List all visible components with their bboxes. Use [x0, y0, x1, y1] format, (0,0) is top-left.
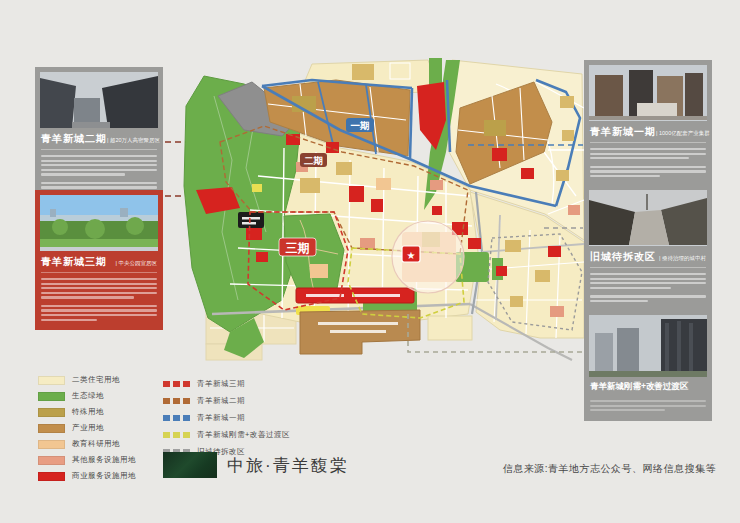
legend-item: 青羊新城二期	[163, 392, 290, 409]
residential-towers-photo	[589, 315, 707, 377]
panel-title-row: 青羊新城三期 | 中央公园宜居区	[41, 255, 157, 273]
legend-item: 教育科研用地	[38, 436, 136, 452]
legend-label: 二类住宅用地	[72, 375, 120, 385]
phase2-label: 二期	[300, 153, 327, 167]
black-project-tag	[238, 212, 264, 228]
panel-title: 青羊新城刚需+改善过渡区	[590, 381, 688, 393]
legend-label: 特殊用地	[72, 407, 104, 417]
legend-label: 商业服务设施用地	[72, 471, 136, 481]
source-note: 信息来源:青羊地方志公众号、网络信息搜集等	[503, 462, 716, 476]
svg-text:一期: 一期	[351, 120, 370, 131]
panel-title: 青羊新城一期	[590, 125, 656, 139]
swatch-education	[38, 440, 65, 449]
project-star-icon: ★	[407, 250, 416, 261]
legend-label: 青羊新城一期	[197, 413, 245, 423]
railway-brown-parcel	[300, 310, 420, 354]
panel-phase2: 青羊新城二期 | 超20万人高密聚居区	[35, 67, 163, 203]
swatch-residential	[38, 376, 65, 385]
legend-label: 青羊新城刚需+改善过渡区	[197, 430, 290, 440]
project-marker: ★	[402, 246, 420, 262]
panel-subtitle: | 亟待治理的城中村	[659, 255, 706, 262]
legend-item: 其他服务设施用地	[38, 452, 136, 468]
transition-photo	[589, 315, 707, 377]
panel-title-row: 旧城待拆改区 | 亟待治理的城中村	[590, 250, 706, 268]
panel-body-text	[589, 272, 707, 302]
legend-label: 教育科研用地	[72, 439, 120, 449]
line-phase1	[163, 415, 190, 421]
panel-phase1: 青羊新城一期 | 1000亿配套产业集群	[584, 60, 712, 186]
oldtown-photo	[589, 190, 707, 246]
legend-land-use: 二类住宅用地 生态绿地 特殊用地 产业用地 教育科研用地 其他服务设施用地 商业…	[38, 372, 136, 484]
phase3-label: 三期	[279, 238, 316, 256]
village-street-photo	[589, 190, 707, 245]
poster-canvas: ★ 一期 二期 三期	[0, 0, 740, 523]
panel-body-text	[589, 399, 707, 411]
phase1-label: 一期	[346, 118, 374, 132]
legend-item: 二类住宅用地	[38, 372, 136, 388]
swatch-special	[38, 408, 65, 417]
office-towers-photo	[589, 65, 707, 120]
legend-label: 青羊新城三期	[197, 379, 245, 389]
panel-body-text	[40, 277, 158, 321]
city-street-photo	[40, 72, 158, 128]
panel-transition: 青羊新城刚需+改善过渡区	[584, 310, 712, 421]
legend-item: 生态绿地	[38, 388, 136, 404]
legend-item: 特殊用地	[38, 404, 136, 420]
legend-item: 青羊新城三期	[163, 375, 290, 392]
swatch-green	[38, 392, 65, 401]
brand-thumbnail	[163, 452, 217, 478]
panel-body-text	[589, 147, 707, 177]
legend-item: 产业用地	[38, 420, 136, 436]
brand-name: 中旅·青羊馥棠	[227, 454, 349, 477]
legend-item: 青羊新城一期	[163, 409, 290, 426]
legend-item: 青羊新城刚需+改善过渡区	[163, 426, 290, 443]
legend-item: 商业服务设施用地	[38, 468, 136, 484]
legend-label: 青羊新城二期	[197, 396, 245, 406]
phase2-photo	[40, 72, 158, 128]
line-phase2	[163, 398, 190, 404]
phase3-photo	[40, 195, 158, 251]
panel-title: 青羊新城二期	[41, 132, 107, 146]
panel-title-row: 青羊新城刚需+改善过渡区	[590, 381, 706, 396]
swatch-service	[38, 456, 65, 465]
panel-subtitle: | 超20万人高密聚居区	[107, 137, 160, 144]
brand-lockup: 中旅·青羊馥棠	[163, 452, 349, 478]
legend-label: 生态绿地	[72, 391, 104, 401]
svg-text:三期: 三期	[286, 241, 310, 255]
line-transition	[163, 432, 190, 438]
panel-body-text	[40, 154, 158, 193]
panel-phase3: 青羊新城三期 | 中央公园宜居区	[35, 190, 163, 330]
line-phase3	[163, 381, 190, 387]
panel-subtitle: | 1000亿配套产业集群	[656, 130, 710, 137]
legend-boundaries: 青羊新城三期 青羊新城二期 青羊新城一期 青羊新城刚需+改善过渡区 旧城待拆改区	[163, 375, 290, 460]
svg-text:二期: 二期	[304, 155, 323, 166]
panel-title: 青羊新城三期	[41, 255, 107, 269]
legend-label: 其他服务设施用地	[72, 455, 136, 465]
panel-title: 旧城待拆改区	[590, 250, 656, 264]
red-banner-parcel	[296, 288, 414, 303]
park-photo	[40, 195, 158, 247]
panel-title-row: 青羊新城二期 | 超20万人高密聚居区	[41, 132, 157, 150]
panel-title-row: 青羊新城一期 | 1000亿配套产业集群	[590, 125, 706, 143]
legend-label: 产业用地	[72, 423, 104, 433]
phase1-photo	[589, 65, 707, 121]
panel-subtitle: | 中央公园宜居区	[116, 260, 157, 267]
swatch-industry	[38, 424, 65, 433]
swatch-commercial	[38, 472, 65, 481]
panel-oldtown: 旧城待拆改区 | 亟待治理的城中村	[584, 185, 712, 311]
